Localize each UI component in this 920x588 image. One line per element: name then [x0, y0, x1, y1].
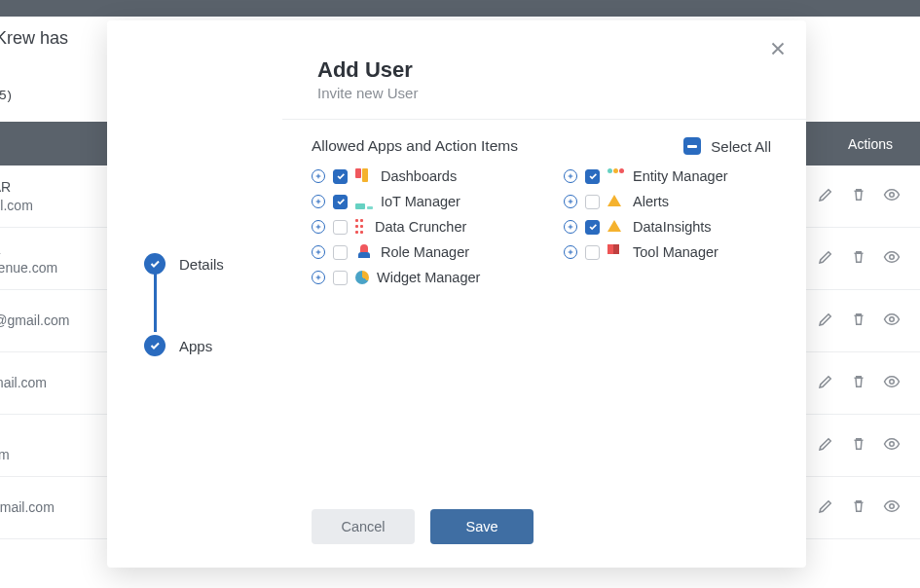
row-actions: [817, 248, 920, 269]
bg-topbar: [0, 0, 920, 17]
app-checkbox[interactable]: [333, 271, 348, 285]
expand-icon[interactable]: [312, 271, 325, 284]
step-apps[interactable]: Apps: [144, 335, 282, 356]
app-checkbox[interactable]: [585, 245, 600, 260]
row-actions: [817, 186, 920, 206]
step-details[interactable]: Details: [144, 253, 282, 275]
app-icon: [607, 194, 625, 209]
modal-body: Allowed Apps and Action Items Select All…: [282, 120, 806, 509]
modal-title: Add User: [317, 57, 771, 83]
app-icon: [355, 271, 369, 284]
modal-header: Add User Invite new User: [282, 20, 806, 120]
app-checkbox[interactable]: [585, 195, 600, 209]
row-text: / w.com: [0, 427, 10, 464]
app-icon: [607, 244, 625, 260]
app-label: Data Cruncher: [375, 219, 466, 235]
step-label: Details: [179, 256, 224, 273]
app-item: Widget Manager: [312, 270, 519, 285]
app-checkbox[interactable]: [585, 169, 600, 184]
app-label: IoT Manager: [381, 194, 460, 209]
expand-icon[interactable]: [312, 195, 325, 208]
eye-icon[interactable]: [883, 435, 901, 456]
app-label: Widget Manager: [377, 270, 480, 285]
apps-grid: Dashboards IoT Manager Data Cruncher Rol…: [312, 168, 771, 285]
expand-icon[interactable]: [564, 195, 577, 208]
app-icon: [355, 244, 373, 260]
app-item: DataInsights: [564, 219, 771, 235]
app-icon: [607, 168, 625, 184]
eye-icon[interactable]: [883, 248, 901, 269]
bg-actions-header: Actions: [848, 136, 920, 152]
row-actions: [817, 435, 920, 456]
app-item: Data Cruncher: [312, 219, 519, 235]
row-text: @gmail.com: [0, 374, 47, 392]
indeterminate-checkbox-icon: [683, 137, 701, 155]
app-icon: [355, 219, 367, 235]
app-checkbox[interactable]: [333, 220, 348, 235]
expand-icon[interactable]: [564, 220, 577, 234]
expand-icon[interactable]: [564, 245, 577, 259]
edit-icon[interactable]: [817, 311, 834, 331]
modal-main: Add User Invite new User Allowed Apps an…: [282, 20, 806, 568]
eye-icon[interactable]: [883, 497, 901, 518]
app-item: Alerts: [564, 194, 771, 209]
app-label: DataInsights: [633, 219, 712, 235]
edit-icon[interactable]: [817, 186, 834, 206]
edit-icon[interactable]: [817, 373, 834, 393]
add-user-modal: Details Apps Add User Invite new User Al…: [107, 20, 806, 568]
trash-icon[interactable]: [850, 311, 867, 331]
edit-icon[interactable]: [817, 248, 834, 269]
svg-point-1: [890, 255, 895, 260]
check-icon: [144, 253, 166, 275]
app-icon: [355, 168, 373, 184]
app-label: Entity Manager: [633, 168, 728, 184]
row-actions: [817, 497, 920, 518]
trash-icon[interactable]: [850, 373, 867, 393]
svg-point-3: [890, 380, 895, 385]
apps-left-col: Dashboards IoT Manager Data Cruncher Rol…: [312, 168, 519, 285]
edit-icon[interactable]: [817, 435, 834, 456]
row-actions: [817, 373, 920, 393]
select-all-label: Select All: [711, 138, 771, 155]
row-text: rasia <-avenue.com: [0, 240, 57, 277]
app-item: Dashboards: [312, 168, 519, 184]
trash-icon[interactable]: [850, 186, 867, 206]
svg-point-4: [890, 442, 895, 447]
apps-right-col: Entity Manager Alerts DataInsights Tool …: [564, 168, 771, 285]
app-checkbox[interactable]: [333, 169, 348, 184]
select-all[interactable]: Select All: [683, 137, 771, 155]
trash-icon[interactable]: [850, 435, 867, 456]
app-checkbox[interactable]: [333, 195, 348, 209]
app-icon: [607, 219, 625, 235]
app-label: Role Manager: [381, 244, 469, 260]
svg-point-0: [890, 193, 895, 198]
cancel-button[interactable]: Cancel: [312, 509, 415, 544]
svg-point-5: [890, 504, 895, 509]
row-text: n@gmail.com: [0, 498, 55, 517]
modal-stepper: Details Apps: [107, 20, 282, 568]
expand-icon[interactable]: [312, 220, 325, 234]
app-item: Entity Manager: [564, 168, 771, 184]
eye-icon[interactable]: [883, 186, 901, 206]
trash-icon[interactable]: [850, 248, 867, 269]
check-icon: [144, 335, 166, 356]
expand-icon[interactable]: [312, 245, 325, 259]
eye-icon[interactable]: [883, 373, 901, 393]
expand-icon[interactable]: [564, 169, 577, 183]
eye-icon[interactable]: [883, 311, 901, 331]
row-actions: [817, 311, 920, 331]
app-label: Dashboards: [381, 168, 457, 184]
app-item: Tool Manager: [564, 244, 771, 260]
app-item: Role Manager: [312, 244, 519, 260]
expand-icon[interactable]: [312, 169, 325, 183]
save-button[interactable]: Save: [430, 509, 534, 544]
step-label: Apps: [179, 338, 212, 354]
section-title: Allowed Apps and Action Items: [312, 137, 518, 155]
trash-icon[interactable]: [850, 497, 867, 518]
section-row: Allowed Apps and Action Items Select All: [312, 137, 771, 155]
app-label: Tool Manager: [633, 244, 718, 260]
row-text: 991@gmail.com: [0, 312, 69, 330]
edit-icon[interactable]: [817, 497, 834, 518]
app-checkbox[interactable]: [585, 220, 600, 235]
app-checkbox[interactable]: [333, 245, 348, 260]
